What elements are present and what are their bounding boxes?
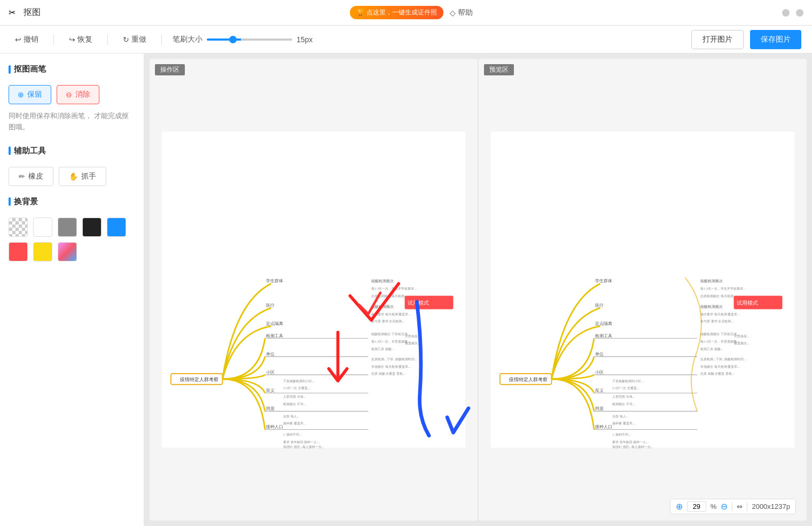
redo-restore-icon: ↪ [69, 35, 75, 44]
svg-text:单位: 单位 [595, 352, 604, 357]
svg-text:疫情特定人群考察: 疫情特定人群考察 [180, 377, 218, 382]
svg-text:检测工具 核酸...: 检测工具 核酸... [371, 347, 394, 351]
svg-text:抗原检测...下班...核酸检测时间...: 抗原检测...下班...核酸检测时间... [371, 357, 418, 361]
save-image-button[interactable]: 保存图片 [750, 30, 801, 49]
erase-brush-button[interactable]: ⊖ 消除 [57, 85, 99, 104]
svg-text:检测频次 不详...: 检测频次 不详... [283, 402, 306, 406]
svg-text:全面 每人...: 全面 每人... [283, 414, 300, 418]
zoom-in-button[interactable]: ⊕ [676, 501, 683, 512]
bg-transparent-swatch[interactable] [9, 218, 28, 237]
svg-text:抗原 核酸 全覆盖 普检...: 抗原 核酸 全覆盖 普检... [700, 372, 735, 375]
redo2-group: ↻ 重做 [119, 33, 151, 47]
bg-black-swatch[interactable] [82, 218, 102, 237]
svg-text:全面 每人...: 全面 每人... [612, 414, 629, 418]
preview-panel[interactable]: 预览区 试用模式 疫情特定人群考察 [479, 59, 807, 521]
brush-size-slider[interactable] [207, 38, 292, 41]
main-layout: 抠图画笔 ⊕ 保留 ⊖ 消除 同时使用保存和消除画笔， 才能完成抠图哦。 辅助工… [0, 53, 812, 526]
redo-button[interactable]: ↻ 重做 [119, 33, 151, 47]
help-button[interactable]: ◇ 帮助 [450, 8, 473, 18]
minimize-button[interactable] [782, 9, 790, 17]
zoom-divider-2 [747, 502, 747, 511]
undo-button[interactable]: ↩ 撤销 [11, 33, 43, 47]
keep-brush-button[interactable]: ⊕ 保留 [9, 85, 51, 104]
open-image-button[interactable]: 打开图片 [691, 30, 744, 49]
svg-text:小区: 小区 [266, 370, 275, 375]
svg-text:试用模式: 试用模式 [737, 300, 758, 306]
zoom-percent: % [710, 502, 717, 510]
svg-text:人群范围 全体...: 人群范围 全体... [612, 394, 635, 398]
preview-mindmap: 试用模式 疫情特定人群考察 [479, 59, 807, 521]
bg-title-bar-accent [9, 197, 11, 206]
svg-text:学生群体: 学生群体 [266, 279, 283, 283]
svg-text:覆盖频次...: 覆盖频次... [405, 341, 420, 345]
svg-text:参与度 要求 全员检测...: 参与度 要求 全员检测... [371, 319, 404, 323]
titlebar-left: ✂ 抠图 [9, 7, 41, 18]
certificate-badge[interactable]: 🏆 点这里，一键生成证件照 [350, 6, 443, 19]
zoom-input[interactable]: 29 [687, 501, 706, 512]
svg-text:接种量 覆盖率...: 接种量 覆盖率... [283, 421, 306, 425]
svg-text:覆盖频次...: 覆盖频次... [734, 341, 749, 345]
svg-rect-43 [491, 132, 795, 447]
minus-icon: ⊖ [66, 90, 72, 99]
svg-text:核酸检测频次: 核酸检测频次 [371, 279, 394, 283]
sidebar: 抠图画笔 ⊕ 保留 ⊖ 消除 同时使用保存和消除画笔， 才能完成抠图哦。 辅助工… [0, 53, 144, 526]
tools-title-bar-accent [9, 146, 11, 155]
svg-text:2-3天一次 全覆盖...: 2-3天一次 全覆盖... [612, 386, 639, 390]
svg-text:医疗: 医疗 [266, 303, 275, 308]
svg-text:天然免疫...: 天然免疫... [405, 334, 420, 338]
svg-text:加强针 按区...每人接种一次...: 加强针 按区...每人接种一次... [283, 445, 324, 448]
title-bar-accent [9, 65, 11, 74]
window-controls [782, 9, 803, 17]
app-icon: ✂ [9, 7, 19, 18]
svg-text:要求 各年龄段 接种一人...: 要求 各年龄段 接种一人... [283, 440, 319, 444]
brush-size-label: 笔刷大小 [173, 35, 202, 44]
image-dimensions: 2000x1237p [752, 502, 790, 510]
titlebar: ✂ 抠图 🏆 点这里，一键生成证件照 ◇ 帮助 [0, 0, 812, 26]
close-button[interactable] [796, 9, 803, 17]
svg-text:疫情特定人群考察: 疫情特定人群考察 [509, 377, 548, 382]
canvas-area[interactable]: 操作区 试用模式 疫情特定人群考察 [144, 53, 812, 526]
bg-gray-swatch[interactable] [58, 218, 77, 237]
svg-text:市场频次 每天检测 覆盖率...: 市场频次 每天检测 覆盖率... [371, 365, 411, 368]
toolbar: ↩ 撤销 ↪ 恢复 ↻ 重做 笔刷大小 15px 打开图片 保存图片 [0, 26, 812, 53]
bg-yellow-swatch[interactable] [33, 242, 52, 261]
bg-red-swatch[interactable] [9, 242, 28, 261]
divider-3 [161, 34, 162, 45]
svg-text:定点隔离: 定点隔离 [595, 321, 612, 326]
zoom-out-button[interactable]: ⊖ [721, 501, 728, 512]
svg-text:医疗: 医疗 [595, 303, 604, 308]
brush-size-value: 15px [296, 35, 316, 44]
redo-group: ↪ 恢复 [65, 33, 97, 47]
app-title: 抠图 [24, 7, 41, 18]
brush-hint: 同时使用保存和消除画笔， 才能完成抠图哦。 [9, 111, 135, 133]
eraser-icon: ✏ [19, 172, 25, 181]
svg-text:1. 接种不同...: 1. 接种不同... [283, 432, 302, 436]
brush-buttons: ⊕ 保留 ⊖ 消除 [9, 85, 135, 104]
preview-label: 预览区 [484, 64, 514, 75]
fit-icon[interactable]: ⇔ [737, 502, 743, 510]
titlebar-center: 🏆 点这里，一键生成证件照 ◇ 帮助 [350, 6, 472, 19]
hand-icon: ✋ [69, 172, 78, 181]
hand-button[interactable]: ✋ 抓手 [59, 167, 106, 186]
undo-group: ↩ 撤销 [11, 33, 43, 47]
svg-text:天然免疫...: 天然免疫... [734, 334, 749, 338]
preview-mindmap-svg: 试用模式 疫情特定人群考察 [479, 59, 807, 521]
operation-label: 操作区 [155, 64, 185, 75]
svg-text:接种人口: 接种人口 [595, 424, 612, 429]
toolbar-right: 打开图片 保存图片 [691, 30, 801, 49]
svg-text:下发核酸检测到小区...: 下发核酸检测到小区... [612, 379, 644, 383]
bg-gradient-swatch[interactable] [58, 242, 77, 261]
svg-text:单位: 单位 [266, 352, 275, 357]
svg-text:1. 接种不同...: 1. 接种不同... [612, 432, 631, 436]
svg-text:检测工具 核酸...: 检测工具 核酸... [700, 347, 723, 351]
svg-text:抗原检测频次 每天检测: 抗原检测频次 每天检测 [700, 294, 733, 298]
redo-restore-button[interactable]: ↪ 恢复 [65, 33, 97, 47]
bg-white-swatch[interactable] [33, 218, 52, 237]
redo-icon: ↻ [123, 35, 129, 44]
plus-icon: ⊕ [18, 90, 24, 99]
svg-text:检测工具: 检测工具 [595, 334, 612, 338]
bg-blue-swatch[interactable] [107, 218, 126, 237]
operation-panel[interactable]: 操作区 试用模式 疫情特定人群考察 [150, 59, 478, 521]
svg-text:接种人口: 接种人口 [266, 424, 283, 429]
eraser-button[interactable]: ✏ 橡皮 [9, 167, 53, 186]
